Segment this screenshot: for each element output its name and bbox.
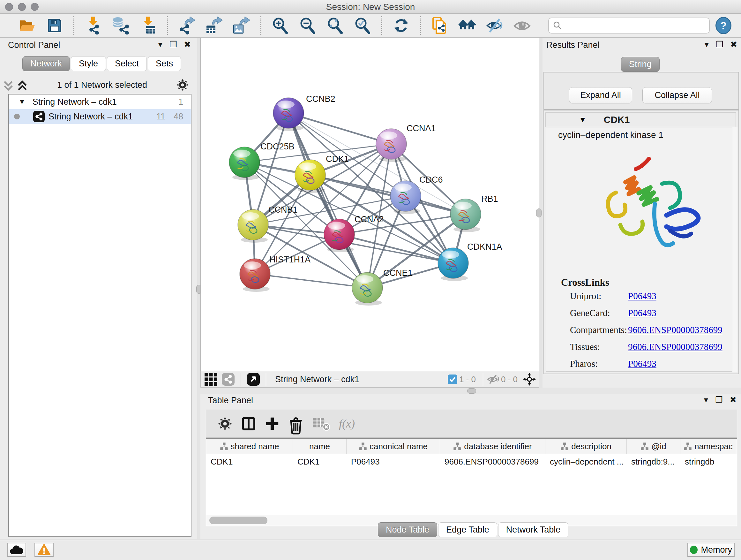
network-canvas[interactable]: CCNB2CCNA1CDC25BCDK1CDC6RB1CCNB1CCNA2CDK… — [200, 38, 539, 371]
network-options-gear-icon[interactable] — [176, 78, 189, 91]
tab-string[interactable]: String — [621, 57, 660, 72]
splitter-handle[interactable] — [536, 208, 542, 217]
control-panel-float-button[interactable]: ❐ — [170, 40, 177, 49]
column-header-database-identifier[interactable]: database identifier — [440, 439, 545, 454]
scrollbar-thumb[interactable] — [209, 516, 267, 524]
show-all-button[interactable] — [513, 16, 532, 35]
node-CCNA1[interactable] — [376, 129, 407, 162]
results-panel-float-button[interactable]: ❐ — [716, 40, 723, 49]
show-columns-icon[interactable] — [241, 416, 256, 431]
open-session-button[interactable] — [17, 16, 37, 35]
column-header-description[interactable]: description — [545, 439, 627, 454]
table-cell[interactable]: cyclin–dependent ... — [545, 454, 627, 469]
table-panel-float-button[interactable]: ❐ — [715, 395, 723, 404]
results-panel-collapse-button[interactable]: ▾ — [704, 40, 709, 49]
cloud-status-button[interactable] — [7, 543, 26, 557]
import-table-file-button[interactable] — [138, 16, 158, 35]
tab-node-table[interactable]: Node Table — [378, 522, 437, 537]
expand-all-networks-icon[interactable] — [17, 79, 28, 91]
import-network-file-button[interactable] — [84, 16, 103, 35]
node-CCNE1[interactable] — [352, 272, 383, 306]
column-header-canonical-name[interactable]: canonical name — [347, 439, 440, 454]
hide-selected-button[interactable] — [485, 16, 504, 35]
results-scrollbar[interactable] — [732, 127, 738, 372]
table-cell[interactable]: CDK1 — [206, 454, 293, 469]
node-CDC25B[interactable] — [229, 147, 260, 180]
export-image-button[interactable] — [232, 16, 251, 35]
collapse-all-networks-icon[interactable] — [3, 79, 14, 91]
save-session-button[interactable] — [45, 16, 64, 35]
tree-expander-icon[interactable]: ▼ — [18, 98, 25, 106]
create-column-plus-icon[interactable] — [265, 416, 280, 431]
crosslink-link[interactable]: 9606.ENSP00000378699 — [628, 325, 723, 335]
string-view-icon[interactable] — [222, 373, 234, 386]
table-cell[interactable]: 9606.ENSP00000378699 — [440, 454, 545, 469]
protein-section-header[interactable]: ▼ CDK1 — [545, 112, 736, 127]
warnings-button[interactable] — [35, 543, 54, 557]
clone-network-button[interactable] — [430, 16, 449, 35]
zoom-out-button[interactable] — [298, 16, 317, 35]
search-input[interactable] — [565, 19, 709, 32]
search-field[interactable] — [548, 17, 710, 34]
results-panel-close-button[interactable]: ✖ — [730, 40, 737, 49]
zoom-in-button[interactable] — [271, 16, 290, 35]
column-header-shared-name[interactable]: shared name — [206, 439, 293, 454]
first-neighbors-button[interactable] — [458, 16, 477, 35]
network-view-toolbar: String Network – cdk1 1 - 0 0 - 0 — [200, 371, 539, 388]
network-row[interactable]: String Network – cdk1 11 48 — [9, 109, 191, 124]
node-RB1[interactable] — [450, 199, 481, 232]
delete-table-icon[interactable] — [312, 416, 330, 431]
tab-edge-table[interactable]: Edge Table — [438, 522, 497, 537]
control-panel-collapse-button[interactable]: ▾ — [158, 40, 162, 49]
table-cell[interactable]: stringdb:9... — [627, 454, 680, 469]
hidden-eye-icon[interactable] — [487, 374, 499, 384]
memory-button[interactable]: Memory — [687, 543, 735, 557]
crosslink-link[interactable]: P06493 — [628, 359, 657, 369]
node-CCNA2[interactable] — [324, 219, 354, 252]
import-network-database-button[interactable] — [111, 16, 130, 35]
selected-checkbox-icon[interactable] — [448, 374, 457, 384]
node-CDC6[interactable] — [390, 181, 421, 214]
network-collection-row[interactable]: ▼ String Network – cdk1 1 — [9, 95, 191, 109]
column-header--id[interactable]: @id — [627, 439, 680, 454]
zoom-selected-button[interactable] — [353, 16, 372, 35]
control-panel-close-button[interactable]: ✖ — [184, 40, 191, 49]
crosslink-link[interactable]: 9606.ENSP00000378699 — [628, 341, 723, 352]
table-options-gear-icon[interactable] — [218, 416, 232, 431]
tab-select[interactable]: Select — [107, 56, 147, 71]
zoom-fit-button[interactable] — [326, 16, 345, 35]
tab-sets[interactable]: Sets — [148, 56, 181, 71]
birds-eye-view-icon[interactable] — [205, 373, 217, 386]
node-HIST1H1A[interactable] — [240, 259, 270, 292]
table-cell[interactable]: CDK1 — [293, 454, 347, 469]
column-header-namespac[interactable]: namespac — [680, 439, 736, 454]
column-header-name[interactable]: name — [293, 439, 347, 454]
export-table-button[interactable] — [205, 16, 224, 35]
collapse-all-button[interactable]: Collapse All — [643, 87, 712, 104]
node-CCNB1[interactable] — [238, 209, 268, 243]
node-CDKN1A[interactable] — [438, 248, 468, 281]
table-cell[interactable]: stringdb — [680, 454, 736, 469]
table-cell[interactable]: P06493 — [347, 454, 440, 469]
open-in-window-icon[interactable] — [247, 373, 260, 386]
function-builder-button[interactable]: f(x) — [337, 417, 357, 431]
table-row[interactable]: CDK1CDK1P064939606.ENSP00000378699cyclin… — [206, 454, 737, 469]
fit-selected-crosshair-icon[interactable] — [523, 373, 536, 386]
expand-all-button[interactable]: Expand All — [569, 87, 632, 104]
edge-CCNB2-CCNA1[interactable] — [288, 113, 391, 144]
tab-network[interactable]: Network — [22, 56, 70, 71]
export-network-button[interactable] — [177, 16, 196, 35]
table-panel-collapse-button[interactable]: ▾ — [704, 395, 708, 404]
node-CDK1[interactable] — [295, 160, 326, 193]
crosslink-link[interactable]: P06493 — [628, 291, 657, 301]
edge-CCNE1-HIST1H1A[interactable] — [255, 274, 367, 288]
splitter-handle[interactable] — [467, 388, 476, 394]
protein-expander-icon[interactable]: ▼ — [577, 115, 589, 125]
apply-layout-button[interactable] — [392, 16, 411, 35]
table-panel-close-button[interactable]: ✖ — [730, 395, 737, 404]
tab-network-table[interactable]: Network Table — [498, 522, 569, 537]
help-button[interactable]: ? — [716, 17, 731, 34]
tab-style[interactable]: Style — [71, 56, 106, 71]
delete-column-trash-icon[interactable] — [288, 416, 303, 431]
crosslink-link[interactable]: P06493 — [628, 308, 657, 318]
